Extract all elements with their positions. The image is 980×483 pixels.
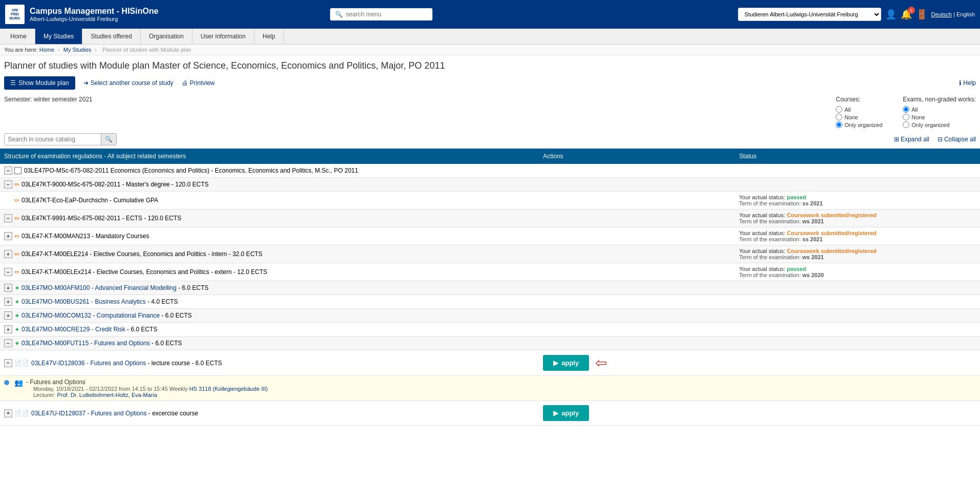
expand-btn-row10[interactable]: + bbox=[4, 311, 12, 320]
star-icon: ✦ bbox=[14, 298, 20, 306]
collapse-btn-row2[interactable]: − bbox=[4, 180, 12, 188]
courses-only-organized-radio[interactable] bbox=[836, 121, 842, 128]
select-course-link[interactable]: ➜ Select another course of study bbox=[83, 79, 173, 87]
main-navigation: Home My Studies Studies offered Organisa… bbox=[0, 29, 980, 45]
breadcrumb: You are here: Home › My Studies › Planne… bbox=[0, 45, 980, 55]
course-search-button[interactable]: 🔍 bbox=[101, 134, 116, 145]
status-cell: Your actual status: Coursework submitted… bbox=[735, 209, 980, 227]
collapse-btn-row13[interactable]: − bbox=[4, 359, 12, 367]
status-cell: Your actual status: passed Term of the e… bbox=[735, 263, 980, 281]
collapse-btn-row1[interactable]: − bbox=[4, 166, 12, 175]
notifications-bell[interactable]: 🔔 0 bbox=[901, 9, 912, 20]
logout-icon[interactable]: 🚪 bbox=[916, 9, 927, 20]
module-link-cre[interactable]: 03LE47MO-M00CRE129 - Credit Risk bbox=[21, 326, 125, 333]
collapse-all-link[interactable]: ⊟ Collapse all bbox=[938, 136, 976, 143]
table-row: + ✦ 03LE47MO-M00COM132 - Computational F… bbox=[0, 309, 980, 323]
actions-cell bbox=[539, 178, 735, 192]
structure-cell: − ✦ 03LE47MO-M00FUT115 - Futures and Opt… bbox=[0, 337, 539, 350]
structure-cell: − ✏ 03LE47KT-9991-MSc-675-082-2011 - ECT… bbox=[0, 209, 539, 227]
module-link-com[interactable]: 03LE47MO-M00COM132 - Computational Finan… bbox=[21, 312, 160, 319]
breadcrumb-my-studies[interactable]: My Studies bbox=[63, 47, 91, 53]
courses-all-option[interactable]: All bbox=[836, 106, 882, 113]
expand-all-link[interactable]: ⊞ Expand all bbox=[894, 136, 929, 143]
lang-deutsch[interactable]: Deutsch bbox=[931, 11, 952, 17]
exams-all-radio[interactable] bbox=[903, 106, 909, 113]
language-selector: Deutsch | English bbox=[931, 11, 975, 17]
expand-btn-row15[interactable]: + bbox=[4, 409, 12, 417]
star-icon: ✦ bbox=[14, 326, 20, 333]
status-cell: Your actual status: Coursework submitted… bbox=[735, 227, 980, 245]
courses-none-radio[interactable] bbox=[836, 114, 842, 120]
collapse-btn-row4[interactable]: − bbox=[4, 214, 12, 222]
lang-english[interactable]: English bbox=[956, 11, 975, 17]
module-link-fut[interactable]: 03LE47MO-M00FUT115 - Futures and Options bbox=[21, 340, 150, 347]
help-link[interactable]: ℹ Help bbox=[959, 79, 976, 87]
course-link-id128037[interactable]: 03LE47U-ID128037 - Futures and Options bbox=[31, 410, 146, 417]
actions-cell bbox=[539, 164, 735, 178]
show-module-button[interactable]: ☰ Show Module plan bbox=[4, 76, 75, 90]
apply-button-row13[interactable]: ▶ apply bbox=[543, 355, 589, 371]
nav-my-studies[interactable]: My Studies bbox=[35, 29, 82, 44]
pencil-icon: ✏ bbox=[14, 197, 20, 204]
module-link-bus[interactable]: 03LE47MO-M00BUS261 - Business Analytics bbox=[21, 298, 146, 305]
document-icons: 📄📄 bbox=[14, 360, 29, 366]
course-catalog-search[interactable]: 🔍 bbox=[4, 133, 117, 145]
action-toolbar: ☰ Show Module plan ➜ Select another cour… bbox=[0, 74, 980, 94]
lecturer-link[interactable]: Prof. Dr. Lutkebohmert-Holtz, Eva-Maria bbox=[57, 392, 157, 398]
exams-all-option[interactable]: All bbox=[903, 106, 976, 113]
table-row: − 📄📄 03LE47V-ID128036 - Futures and Opti… bbox=[0, 350, 980, 376]
semester-label: Semester: winter semester 2021 bbox=[4, 96, 93, 103]
module-link-afm[interactable]: 03LE47MO-M00AFM100 - Advanced Financial … bbox=[21, 284, 177, 291]
course-link-id128036[interactable]: 03LE47V-ID128036 - Futures and Options bbox=[31, 360, 146, 367]
expand-collapse-controls: ⊞ Expand all ⊟ Collapse all bbox=[894, 136, 976, 143]
blue-dot-indicator bbox=[4, 380, 9, 385]
expand-btn-row6[interactable]: + bbox=[4, 250, 12, 258]
nav-help[interactable]: Help bbox=[254, 29, 284, 44]
status-cell bbox=[735, 350, 980, 376]
table-row: + ✦ 03LE47MO-M00BUS261 - Business Analyt… bbox=[0, 295, 980, 309]
actions-cell bbox=[539, 295, 735, 309]
exams-none-radio[interactable] bbox=[903, 114, 909, 120]
expand-btn-row9[interactable]: + bbox=[4, 298, 12, 306]
expand-btn-row5[interactable]: + bbox=[4, 232, 12, 240]
courses-none-option[interactable]: None bbox=[836, 114, 882, 120]
status-cell bbox=[735, 323, 980, 337]
status-cell bbox=[735, 376, 980, 401]
structure-cell: − ✏ 03LE47KT-9000-MSc-675-082-2011 - Mas… bbox=[0, 178, 539, 192]
actions-cell bbox=[539, 227, 735, 245]
institution-dropdown[interactable]: Studieren Albert-Ludwigs-Universität Fre… bbox=[738, 8, 881, 21]
user-icon[interactable]: 👤 bbox=[885, 9, 897, 20]
collapse-btn-row7[interactable]: − bbox=[4, 268, 12, 276]
expand-btn-row8[interactable]: + bbox=[4, 284, 12, 292]
expand-btn-row11[interactable]: + bbox=[4, 325, 12, 333]
table-row: − ✏ 03LE47KT-9991-MSc-675-082-2011 - ECT… bbox=[0, 209, 980, 227]
breadcrumb-home[interactable]: Home bbox=[39, 47, 54, 53]
search-input[interactable] bbox=[346, 11, 427, 18]
actions-cell bbox=[539, 245, 735, 263]
nav-organisation[interactable]: Organisation bbox=[141, 29, 192, 44]
status-cell bbox=[735, 309, 980, 323]
nav-user-information[interactable]: User information bbox=[192, 29, 254, 44]
apply-button-row15[interactable]: ▶ apply bbox=[543, 405, 589, 421]
col-status: Status bbox=[735, 149, 980, 164]
exams-filter-label: Exams, non-graded works: bbox=[903, 96, 976, 103]
table-row: ✏ 03LE47KT-Eco-EaP-Durchschn - Cumulativ… bbox=[0, 192, 980, 209]
courses-all-radio[interactable] bbox=[836, 106, 842, 113]
status-cell bbox=[735, 178, 980, 192]
exams-only-organized-option[interactable]: Only organized bbox=[903, 121, 976, 128]
actions-cell bbox=[539, 192, 735, 209]
search-box-wrapper[interactable]: 🔍 bbox=[330, 8, 432, 20]
exams-only-organized-radio[interactable] bbox=[903, 121, 909, 128]
exams-none-option[interactable]: None bbox=[903, 114, 976, 120]
course-search-input[interactable] bbox=[5, 134, 101, 145]
nav-home[interactable]: Home bbox=[2, 29, 35, 44]
apply-icon: ▶ bbox=[553, 409, 558, 417]
table-row: − ✏ 03LE47KT-9000-MSc-675-082-2011 - Mas… bbox=[0, 178, 980, 192]
collapse-btn-row12[interactable]: − bbox=[4, 339, 12, 347]
location-link[interactable]: HS 3118 (Kollegiengebäude III) bbox=[189, 386, 268, 392]
actions-cell bbox=[539, 376, 735, 401]
pencil-icon: ✏ bbox=[14, 233, 20, 240]
nav-studies-offered[interactable]: Studies offered bbox=[82, 29, 141, 44]
courses-only-organized-option[interactable]: Only organized bbox=[836, 121, 882, 128]
printview-link[interactable]: 🖨 Printview bbox=[182, 79, 215, 87]
